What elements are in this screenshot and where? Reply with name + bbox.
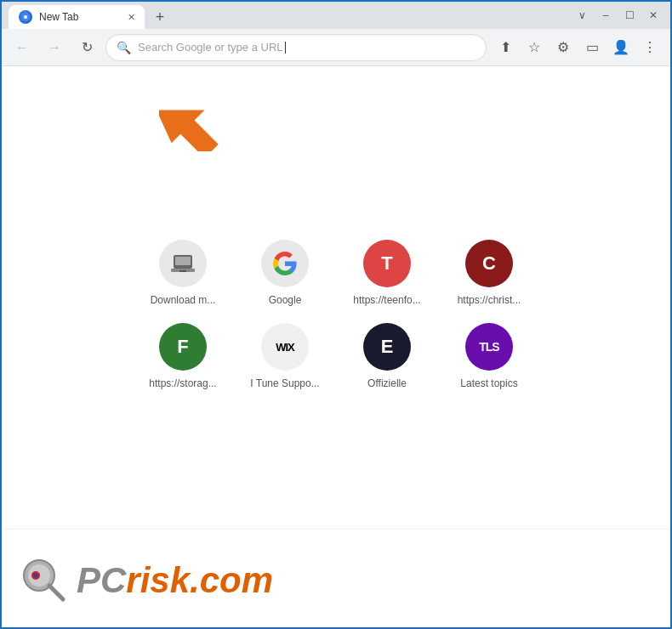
svg-rect-6	[179, 270, 186, 272]
pcrisk-logo: PCrisk.com	[19, 555, 273, 606]
menu-button[interactable]: ⋮	[636, 34, 663, 61]
shortcut-item-offizielle[interactable]: EOffizielle	[345, 323, 430, 389]
shortcut-icon-download	[159, 240, 207, 287]
tab-favicon	[19, 10, 32, 24]
search-icon: 🔍	[117, 41, 131, 54]
refresh-button[interactable]: ↻	[73, 34, 100, 61]
nav-right-icons: ⬆ ☆ ⚙ ▭ 👤 ⋮	[492, 34, 663, 61]
address-bar[interactable]: 🔍 Search Google or type a URL	[105, 34, 487, 61]
shortcut-label-download: Download m...	[151, 294, 216, 306]
shortcut-label-christforum: https://christ...	[458, 294, 521, 306]
active-tab[interactable]: New Tab ✕	[9, 5, 145, 29]
svg-rect-4	[175, 257, 191, 265]
shortcut-item-google[interactable]: Google	[242, 240, 327, 306]
shortcut-icon-google	[261, 240, 309, 287]
shortcut-item-teenforum[interactable]: Thttps://teenfo...	[345, 240, 430, 306]
new-tab-button[interactable]: +	[148, 5, 172, 29]
restore-button[interactable]: ☐	[619, 5, 640, 26]
cast-button[interactable]: ▭	[578, 34, 606, 61]
chevron-down-button[interactable]: ∨	[572, 5, 592, 26]
svg-point-1	[24, 15, 27, 19]
pcrisk-text: PCrisk.com	[77, 560, 273, 601]
close-button[interactable]: ✕	[643, 5, 663, 26]
shortcut-icon-wix: WIX	[261, 323, 309, 371]
shortcuts-grid: Download m... GoogleThttps://teenfo...Ch…	[140, 240, 532, 389]
shortcut-item-wix[interactable]: WIXI Tune Suppo...	[242, 323, 327, 389]
shortcut-label-teenforum: https://teenfo...	[353, 294, 420, 306]
share-button[interactable]: ⬆	[492, 34, 519, 61]
shortcut-item-storage[interactable]: Fhttps://storag...	[140, 323, 225, 389]
shortcut-item-latesttopics[interactable]: TLSLatest topics	[447, 323, 532, 389]
shortcut-icon-christforum: C	[465, 240, 513, 287]
shortcut-label-wix: I Tune Suppo...	[250, 377, 319, 389]
shortcut-item-download[interactable]: Download m...	[140, 240, 225, 306]
svg-marker-2	[159, 86, 229, 151]
minimize-button[interactable]: –	[595, 5, 616, 26]
orange-arrow	[159, 75, 244, 151]
back-button[interactable]: ←	[9, 34, 36, 61]
address-text: Search Google or type a URL	[138, 41, 476, 54]
title-bar: New Tab ✕ + ∨ – ☐ ✕	[2, 2, 670, 29]
shortcut-icon-teenforum: T	[363, 240, 411, 287]
window-controls: ∨ – ☐ ✕	[572, 5, 663, 26]
shortcut-label-google: Google	[269, 294, 302, 306]
pcrisk-icon	[19, 555, 70, 606]
tab-title: New Tab	[39, 11, 78, 23]
tab-close-button[interactable]: ✕	[124, 10, 138, 24]
nav-bar: ← → ↻ 🔍 Search Google or type a URL ⬆ ☆ …	[2, 29, 670, 66]
shortcut-label-latesttopics: Latest topics	[460, 377, 517, 389]
watermark: PCrisk.com	[2, 529, 670, 629]
shortcut-item-christforum[interactable]: Chttps://christ...	[447, 240, 532, 306]
svg-line-11	[49, 586, 63, 599]
svg-point-10	[34, 573, 38, 577]
extension-button[interactable]: ⚙	[550, 34, 577, 61]
tab-area: New Tab ✕ +	[9, 2, 572, 29]
shortcut-icon-offizielle: E	[363, 323, 411, 371]
shortcut-icon-storage: F	[159, 323, 207, 371]
shortcut-label-storage: https://storag...	[149, 377, 216, 389]
profile-button[interactable]: 👤	[607, 34, 635, 61]
shortcut-icon-latesttopics: TLS	[465, 323, 513, 371]
shortcut-label-offizielle: Offizielle	[367, 377, 407, 389]
content-area: Download m... GoogleThttps://teenfo...Ch…	[2, 66, 670, 529]
forward-button[interactable]: →	[41, 34, 68, 61]
bookmark-button[interactable]: ☆	[521, 34, 548, 61]
